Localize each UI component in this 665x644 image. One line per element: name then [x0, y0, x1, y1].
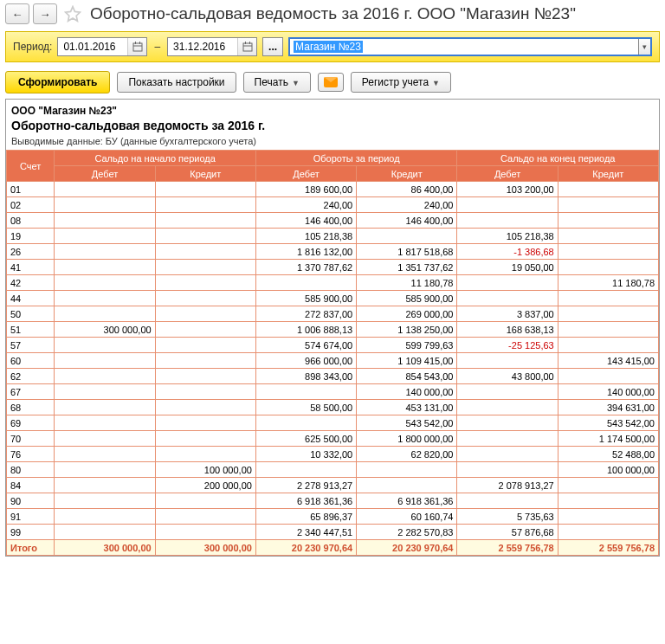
period-more-button[interactable]: ... — [262, 37, 283, 56]
report-panel: ООО "Магазин №23" Оборотно-сальдовая вед… — [5, 99, 660, 557]
chevron-down-icon: ▼ — [292, 79, 300, 87]
th-opening: Сальдо на начало периода — [55, 151, 256, 166]
table-row[interactable]: 08146 400,00146 400,00 — [7, 213, 659, 229]
period-dash: – — [154, 41, 160, 53]
th-turn-credit: Кредит — [357, 166, 457, 182]
table-row[interactable]: 9165 896,3760 160,745 735,63 — [7, 509, 659, 525]
svg-rect-0 — [133, 43, 142, 51]
svg-rect-7 — [249, 42, 250, 44]
table-row[interactable]: 57574 674,00599 799,63-25 125,63 — [7, 338, 659, 353]
generate-button[interactable]: Сформировать — [5, 71, 110, 93]
show-settings-button[interactable]: Показать настройки — [117, 72, 236, 93]
th-open-credit: Кредит — [155, 166, 255, 182]
favorite-star-icon[interactable] — [64, 5, 81, 23]
th-open-debit: Дебет — [55, 166, 155, 182]
th-closing: Сальдо на конец периода — [457, 151, 659, 166]
th-turn-debit: Дебет — [255, 166, 356, 182]
report-company: ООО "Магазин №23" — [11, 105, 654, 117]
date-to-wrap — [167, 37, 257, 56]
table-row[interactable]: 02240,00240,00 — [7, 197, 659, 213]
table-row[interactable]: 261 816 132,001 817 518,68-1 386,68 — [7, 244, 659, 260]
th-account: Счет — [7, 151, 55, 182]
table-row[interactable]: 411 370 787,621 351 737,6219 050,00 — [7, 260, 659, 275]
table-row[interactable]: 4211 180,7811 180,78 — [7, 275, 659, 291]
svg-rect-3 — [139, 42, 140, 44]
title-bar: ← → Оборотно-сальдовая ведомость за 2016… — [0, 0, 665, 28]
email-button[interactable] — [318, 73, 344, 92]
date-to-input[interactable] — [168, 39, 237, 55]
th-close-debit: Дебет — [457, 166, 558, 182]
envelope-icon — [324, 77, 338, 87]
table-row[interactable]: 84200 000,002 278 913,272 078 913,27 — [7, 478, 659, 493]
table-row[interactable]: 992 340 447,512 282 570,8357 876,68 — [7, 525, 659, 540]
date-to-calendar-icon[interactable] — [237, 38, 256, 55]
table-row[interactable]: 60966 000,001 109 415,00143 415,00 — [7, 353, 659, 369]
date-from-wrap — [57, 37, 147, 56]
svg-rect-4 — [243, 43, 252, 51]
period-toolbar: Период: – ... Магазин №23 ▾ — [5, 31, 660, 62]
organization-value: Магазин №23 — [294, 41, 363, 53]
table-row[interactable]: 80100 000,00100 000,00 — [7, 462, 659, 478]
table-row[interactable]: 69543 542,00543 542,00 — [7, 415, 659, 431]
register-button[interactable]: Регистр учета▼ — [351, 72, 451, 93]
table-row[interactable]: 51300 000,001 006 888,131 138 250,00168 … — [7, 322, 659, 338]
table-row[interactable]: 62898 343,00854 543,0043 800,00 — [7, 369, 659, 384]
table-row[interactable]: 6858 500,00453 131,00394 631,00 — [7, 400, 659, 415]
table-row[interactable]: 70625 500,001 800 000,001 174 500,00 — [7, 431, 659, 447]
period-label: Период: — [13, 41, 52, 53]
report-title: Оборотно-сальдовая ведомость за 2016 г. — [11, 119, 654, 132]
print-button[interactable]: Печать▼ — [243, 72, 311, 93]
date-from-calendar-icon[interactable] — [127, 38, 146, 55]
organization-dropdown-icon[interactable]: ▾ — [638, 39, 650, 55]
svg-rect-2 — [135, 42, 136, 44]
report-subtitle: Выводимые данные: БУ (данные бухгалтерск… — [11, 136, 654, 146]
action-toolbar: Сформировать Показать настройки Печать▼ … — [0, 62, 665, 99]
nav-forward-button[interactable]: → — [33, 3, 57, 24]
table-row[interactable]: 67140 000,00140 000,00 — [7, 384, 659, 400]
table-row[interactable]: 906 918 361,366 918 361,36 — [7, 493, 659, 509]
svg-rect-6 — [245, 42, 246, 44]
report-table: Счет Сальдо на начало периода Обороты за… — [6, 150, 659, 556]
nav-back-button[interactable]: ← — [5, 3, 29, 24]
table-row[interactable]: 19105 218,38105 218,38 — [7, 229, 659, 244]
table-row[interactable]: 01189 600,0086 400,00103 200,00 — [7, 182, 659, 197]
table-row[interactable]: 7610 332,0062 820,0052 488,00 — [7, 447, 659, 462]
table-row[interactable]: 50272 837,00269 000,003 837,00 — [7, 306, 659, 322]
total-row: Итого300 000,00300 000,0020 230 970,6420… — [7, 540, 659, 556]
table-row[interactable]: 44585 900,00585 900,00 — [7, 291, 659, 306]
page-title: Оборотно-сальдовая ведомость за 2016 г. … — [90, 4, 576, 23]
th-close-credit: Кредит — [558, 166, 658, 182]
date-from-input[interactable] — [58, 39, 127, 55]
th-turnover: Обороты за период — [255, 151, 457, 166]
chevron-down-icon: ▼ — [432, 79, 440, 87]
organization-selector[interactable]: Магазин №23 ▾ — [288, 37, 652, 56]
